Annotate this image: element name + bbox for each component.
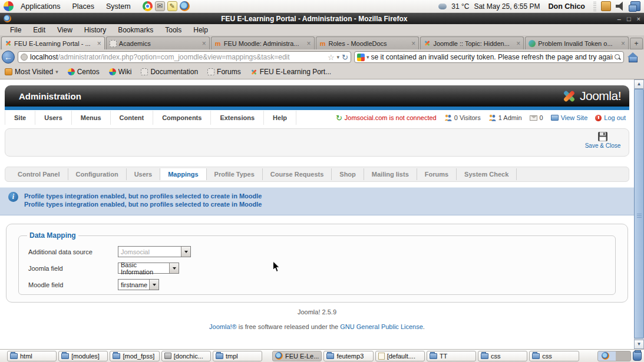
menu-view[interactable]: View [52, 25, 78, 35]
scrollbar-thumb[interactable] [634, 89, 644, 338]
taskbar-window-html[interactable]: html [7, 351, 57, 361]
tab-joomdle-topic[interactable]: Joomdle :: Topic: Hidden... [420, 36, 524, 49]
chrome-launcher-icon[interactable] [143, 1, 153, 11]
menu-users[interactable]: Users [35, 111, 72, 125]
menu-components[interactable]: Components [153, 111, 211, 125]
menu-help[interactable]: Help [264, 111, 296, 125]
vertical-scrollbar[interactable] [634, 79, 644, 349]
mail-launcher-icon[interactable] [155, 1, 165, 11]
scroll-down-icon[interactable] [634, 340, 644, 349]
subnav-course-requests[interactable]: Course Requests [263, 168, 332, 180]
taskbar-window-css-2[interactable]: css [529, 351, 579, 361]
google-search-icon[interactable] [357, 54, 365, 61]
tab-close-icon[interactable] [202, 39, 206, 48]
url-bar[interactable]: localhost/administrator/index.php?option… [18, 51, 351, 63]
menu-menus[interactable]: Menus [72, 111, 111, 125]
taskbar-window-mod-fpss[interactable]: [mod_fpss] [110, 351, 159, 361]
firefox-launcher-icon[interactable] [180, 1, 190, 11]
site-identity-icon[interactable] [21, 54, 28, 61]
subnav-mappings[interactable]: Mappings [160, 168, 206, 180]
tab-problem-invalid-token[interactable]: Problem Invalid Token o... [525, 36, 629, 49]
taskbar-window-default[interactable]: [default.... [375, 351, 425, 361]
tab-close-icon[interactable] [411, 39, 415, 48]
weather-icon[interactable] [438, 4, 447, 9]
clock-label[interactable]: Sat May 25, 6:55 PM [474, 2, 540, 11]
search-bar[interactable]: se it contained an invalid security toke… [354, 51, 624, 63]
applications-menu[interactable]: Applications [16, 1, 65, 12]
menu-extensions[interactable]: Extensions [211, 111, 264, 125]
subnav-profile-types[interactable]: Profile Types [207, 168, 263, 180]
new-tab-button[interactable] [630, 38, 643, 49]
view-site-link[interactable]: View Site [551, 114, 588, 121]
moodle-field-select[interactable]: firstname [118, 279, 159, 290]
subnav-configuration[interactable]: Configuration [68, 168, 127, 180]
taskbar-window-firefox[interactable]: FEU E-Le... [272, 351, 322, 361]
dropdown-arrow-icon[interactable] [149, 280, 158, 290]
subnav-control-panel[interactable]: Control Panel [10, 168, 68, 180]
bookmark-most-visited[interactable]: Most Visited [5, 68, 58, 76]
gpl-link[interactable]: GNU General Public License [340, 323, 423, 330]
panel-drag-handle[interactable] [593, 2, 596, 11]
tab-roles-moodledocs[interactable]: Roles - MoodleDocs [316, 36, 420, 49]
tab-feu-moodle[interactable]: FEU Moodle: Administra... [211, 36, 315, 49]
scroll-up-icon[interactable] [634, 79, 644, 89]
maximize-button[interactable]: □ [627, 15, 631, 22]
joomla-field-select[interactable]: Basic Information [118, 263, 179, 274]
joomla-link[interactable]: Joomla!® [209, 323, 237, 330]
subnav-forums[interactable]: Forums [417, 168, 457, 180]
minimize-button[interactable]: – [617, 15, 621, 22]
logout-link[interactable]: Log out [595, 114, 626, 121]
menu-history[interactable]: History [79, 25, 111, 35]
taskbar-window-feutemp3[interactable]: feutemp3 [323, 351, 373, 361]
home-button[interactable] [627, 52, 639, 62]
bookmark-forums[interactable]: Forums [207, 68, 241, 76]
menu-content[interactable]: Content [111, 111, 154, 125]
taskbar-window-modules[interactable]: [modules] [58, 351, 108, 361]
menu-site[interactable]: Site [5, 111, 35, 125]
search-input[interactable]: se it contained an invalid security toke… [371, 53, 613, 61]
tab-close-icon[interactable] [621, 39, 625, 48]
tab-close-icon[interactable] [97, 39, 101, 48]
search-engine-dropdown-icon[interactable] [366, 54, 369, 60]
bookmark-feu-portal[interactable]: FEU E-Learning Port... [250, 68, 331, 76]
trash-icon[interactable] [633, 351, 642, 361]
menu-tools[interactable]: Tools [160, 25, 187, 35]
dropdown-arrow-icon[interactable] [169, 263, 179, 273]
messages-count[interactable]: 0 [530, 114, 543, 121]
taskbar-window-css-1[interactable]: css [478, 351, 527, 361]
network-icon[interactable] [630, 1, 640, 11]
user-name-label[interactable]: Don Chico [545, 2, 589, 11]
places-menu[interactable]: Places [67, 1, 99, 12]
subnav-users[interactable]: Users [127, 168, 161, 180]
taskbar-window-tmpl[interactable]: tmpl [213, 351, 262, 361]
back-button[interactable] [2, 51, 15, 64]
tab-feu-portal[interactable]: FEU E-Learning Portal - ... [1, 36, 105, 49]
volume-icon[interactable] [616, 1, 626, 11]
text-editor-launcher-icon[interactable] [167, 1, 177, 11]
bookmark-wiki[interactable]: Wiki [109, 68, 132, 76]
jomsocial-status[interactable]: Jomsocial.com is not connected [336, 114, 437, 122]
subnav-shop[interactable]: Shop [332, 168, 364, 180]
menu-edit[interactable]: Edit [28, 25, 51, 35]
bookmark-centos[interactable]: Centos [68, 68, 100, 76]
taskbar-window-donchic[interactable]: [donchic... [161, 351, 211, 361]
tab-close-icon[interactable] [307, 39, 311, 48]
bookmark-star-icon[interactable] [328, 53, 335, 62]
menu-help[interactable]: Help [188, 25, 213, 35]
menu-file[interactable]: File [5, 25, 27, 35]
system-menu[interactable]: System [101, 1, 136, 12]
menu-bookmarks[interactable]: Bookmarks [113, 25, 158, 35]
url-text[interactable]: localhost/administrator/index.php?option… [30, 53, 325, 61]
subnav-mailing-lists[interactable]: Mailing lists [364, 168, 417, 180]
url-dropdown-icon[interactable] [337, 54, 340, 60]
tab-close-icon[interactable] [516, 39, 520, 48]
reload-icon[interactable] [342, 53, 348, 62]
taskbar-window-tt[interactable]: TT [427, 351, 476, 361]
distro-logo-icon[interactable] [4, 1, 14, 11]
package-updater-icon[interactable] [601, 1, 611, 11]
close-button[interactable]: × [637, 15, 640, 22]
search-go-icon[interactable] [615, 54, 621, 61]
subnav-system-check[interactable]: System Check [457, 168, 517, 180]
taskbar-firefox-mini-button[interactable] [597, 351, 632, 361]
bookmark-documentation[interactable]: Documentation [141, 68, 198, 76]
